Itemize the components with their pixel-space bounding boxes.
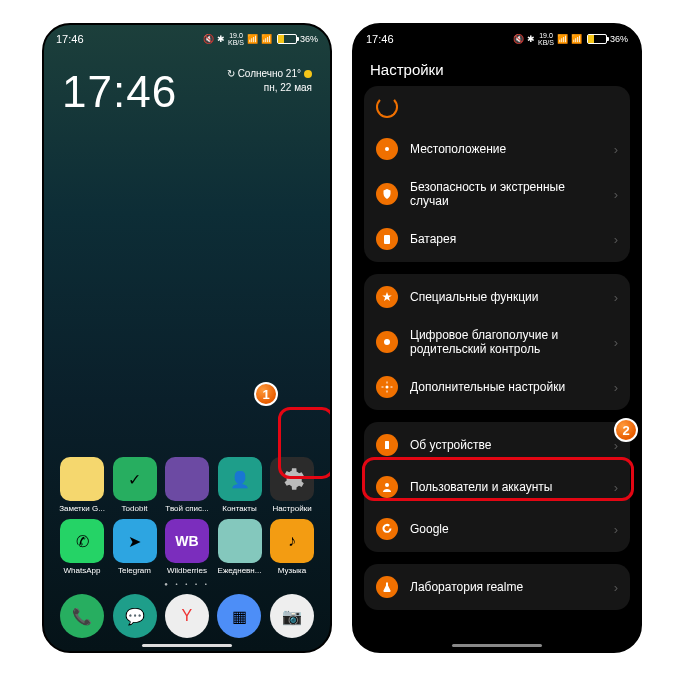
chevron-right-icon: › [614, 335, 618, 350]
settings-row-location[interactable]: Местоположение› [364, 128, 630, 170]
chevron-right-icon: › [614, 380, 618, 395]
app-wildberries[interactable]: WBWildberries [161, 519, 213, 575]
home-indicator[interactable] [452, 644, 542, 647]
battery-icon [277, 34, 297, 44]
phone-homescreen: 17:46 🔇✱ 19.0KB/S 📶📶 36% 17:46 ↻ Солнечн… [42, 23, 332, 653]
flask-icon [376, 576, 398, 598]
settings-row-google[interactable]: Google› [364, 508, 630, 550]
svg-point-0 [385, 147, 389, 151]
shield-icon [376, 183, 398, 205]
settings-group-3: Об устройстве› Пользователи и аккаунты› … [364, 422, 630, 552]
settings-row-battery[interactable]: Батарея› [364, 218, 630, 260]
status-time: 17:46 [56, 33, 84, 45]
gear-icon [279, 466, 305, 492]
app-contacts[interactable]: 👤Контакты [214, 457, 266, 513]
app-list[interactable]: Твой спис... [161, 457, 213, 513]
location-icon [376, 138, 398, 160]
dock-camera[interactable]: 📷 [270, 594, 314, 638]
weather-widget[interactable]: ↻ Солнечно 21° пн, 22 мая [227, 67, 312, 95]
settings-row-security[interactable]: Безопасность и экстренные случаи› [364, 170, 630, 218]
gear-icon [376, 376, 398, 398]
status-time: 17:46 [366, 33, 394, 45]
settings-row-additional[interactable]: Дополнительные настройки› [364, 366, 630, 408]
chevron-right-icon: › [614, 580, 618, 595]
battery-icon [587, 34, 607, 44]
phone-settings: 17:46 🔇✱ 19.0KB/S 📶📶 36% Настройки Место… [352, 23, 642, 653]
chevron-right-icon: › [614, 480, 618, 495]
app-whatsapp[interactable]: ✆WhatsApp [56, 519, 108, 575]
chevron-right-icon: › [614, 522, 618, 537]
phone-icon [376, 434, 398, 456]
dock-browser[interactable]: Y [165, 594, 209, 638]
settings-row-special[interactable]: Специальные функции› [364, 276, 630, 318]
svg-point-2 [384, 339, 390, 345]
status-icons: 🔇✱ 19.0KB/S 📶📶 36% [513, 32, 628, 46]
step-badge-2: 2 [614, 418, 638, 442]
status-icons: 🔇✱ 19.0KB/S 📶📶 36% [203, 32, 318, 46]
settings-row-lab[interactable]: Лаборатория realme› [364, 566, 630, 608]
clock-widget[interactable]: 17:46 [62, 67, 177, 117]
page-title: Настройки [354, 49, 640, 88]
status-bar: 17:46 🔇✱ 19.0KB/S 📶📶 36% [354, 25, 640, 49]
spinner-icon [376, 96, 398, 118]
app-daily[interactable]: Ежедневн... [214, 519, 266, 575]
chevron-right-icon: › [614, 187, 618, 202]
svg-point-3 [386, 386, 389, 389]
settings-group-2: Специальные функции› Цифровое благополуч… [364, 274, 630, 410]
app-music[interactable]: ♪Музыка [266, 519, 318, 575]
step-badge-1: 1 [254, 382, 278, 406]
svg-rect-4 [385, 441, 389, 449]
wellbeing-icon [376, 331, 398, 353]
settings-group-1: Местоположение› Безопасность и экстренны… [364, 86, 630, 262]
chevron-right-icon: › [614, 142, 618, 157]
chevron-right-icon: › [614, 232, 618, 247]
chevron-right-icon: › [614, 438, 618, 453]
app-todobit[interactable]: ✓Todobit [109, 457, 161, 513]
status-bar: 17:46 🔇✱ 19.0KB/S 📶📶 36% [44, 25, 330, 49]
app-notes[interactable]: Заметки G... [56, 457, 108, 513]
chevron-right-icon: › [614, 290, 618, 305]
settings-row-users[interactable]: Пользователи и аккаунты› [364, 466, 630, 508]
app-grid: Заметки G... ✓Todobit Твой спис... 👤Конт… [44, 457, 330, 591]
user-icon [376, 476, 398, 498]
dock-phone[interactable]: 📞 [60, 594, 104, 638]
google-icon [376, 518, 398, 540]
dock-gallery[interactable]: ▦ [217, 594, 261, 638]
star-icon [376, 286, 398, 308]
settings-row-about[interactable]: Об устройстве› [364, 424, 630, 466]
page-indicator: ● • • • • [56, 581, 318, 587]
settings-row-wellbeing[interactable]: Цифровое благополучие и родительский кон… [364, 318, 630, 366]
app-settings[interactable]: Настройки [266, 457, 318, 513]
svg-rect-1 [384, 235, 390, 244]
dock-messages[interactable]: 💬 [113, 594, 157, 638]
svg-point-5 [385, 483, 389, 487]
battery-icon [376, 228, 398, 250]
settings-group-4: Лаборатория realme› [364, 564, 630, 610]
app-telegram[interactable]: ➤Telegram [109, 519, 161, 575]
home-indicator[interactable] [142, 644, 232, 647]
dock: 📞 💬 Y ▦ 📷 [44, 594, 330, 641]
